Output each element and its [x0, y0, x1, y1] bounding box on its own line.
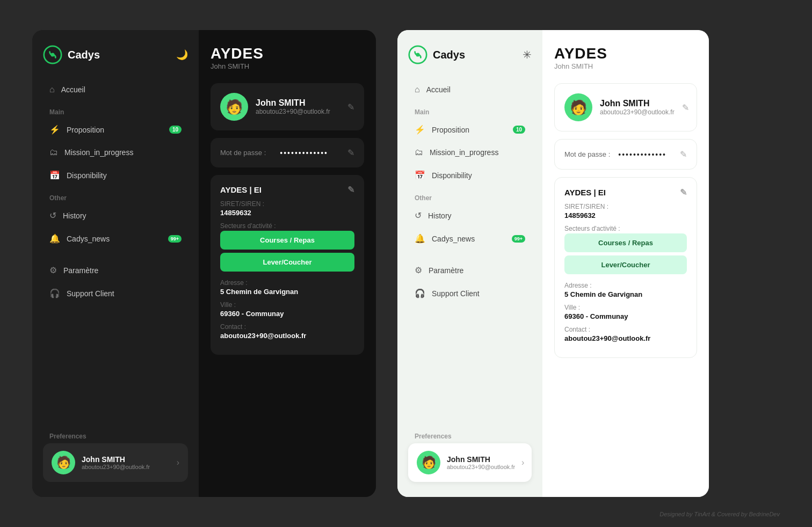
support-icon-light: 🎧 [415, 288, 425, 298]
logo-text-light: Cadys [433, 49, 465, 61]
ville-value-light: 69360 - Communay [564, 312, 687, 320]
adresse-label-light: Adresse : [564, 282, 687, 289]
support-icon-dark: 🎧 [49, 288, 60, 298]
disponibility-label-dark: Disponibility [67, 171, 107, 180]
content-title-dark: AYDES [211, 45, 364, 62]
other-section-dark: Other [49, 194, 182, 202]
theme-toggle-dark[interactable]: 🌙 [176, 49, 188, 61]
history-icon-light: ↺ [415, 210, 422, 221]
nav-parametre-light[interactable]: ⚙ Paramètre [408, 260, 532, 281]
home-icon-dark: ⌂ [49, 85, 55, 94]
avatar-light: 🧑 [417, 451, 440, 474]
accueil-label-dark: Accueil [61, 85, 85, 94]
nav-cadys-news-light[interactable]: 🔔 Cadys_news 99+ [408, 228, 532, 249]
nav-parametre-dark[interactable]: ⚙ Paramètre [43, 260, 188, 281]
sidebar-bottom-dark: Preferences 🧑 John SMITH aboutou23+90@ou… [43, 426, 188, 482]
user-name-light: John SMITH [447, 455, 515, 464]
main-container: Cadys 🌙 ⌂ Accueil Main ⚡ Proposition 10 … [0, 0, 812, 527]
activity2-btn-light[interactable]: Lever/Coucher [564, 255, 687, 274]
cadys-news-label-dark: Cadys_news [67, 235, 110, 243]
cadys-news-label-light: Cadys_news [432, 235, 475, 243]
main-section-light: Main [415, 108, 525, 116]
nav-support-light[interactable]: 🎧 Support Client [408, 283, 532, 304]
nav-cadys-news-dark[interactable]: 🔔 Cadys_news 99+ [43, 228, 188, 249]
siret-label-light: SIRET/SIREN : [564, 203, 687, 210]
ville-value-dark: 69360 - Communay [220, 310, 354, 318]
nav-proposition-light[interactable]: ⚡ Proposition 10 [408, 119, 532, 140]
password-card-light: Mot de passe : ••••••••••••• ✎ [554, 139, 697, 170]
chevron-right-icon-dark: › [177, 458, 179, 467]
edit-password-icon-dark[interactable]: ✎ [347, 148, 354, 158]
company-card-dark: AYDES | EI ✎ SIRET/SIREN : 14859632 Sect… [211, 175, 364, 355]
content-title-light: AYDES [554, 45, 697, 62]
bolt-icon-light: ⚡ [415, 125, 425, 135]
theme-toggle-light[interactable]: ✳ [523, 48, 532, 61]
settings-icon-light: ⚙ [415, 265, 422, 275]
company-card-light: AYDES | EI ✎ SIRET/SIREN : 14859632 Sect… [554, 177, 697, 358]
logo-icon-light [408, 45, 427, 64]
nav-accueil-dark[interactable]: ⌂ Accueil [43, 79, 188, 100]
logo-group-light: Cadys [408, 45, 465, 64]
user-card-dark[interactable]: 🧑 John SMITH aboutou23+90@outlook.fr › [43, 443, 188, 482]
adresse-label-dark: Adresse : [220, 279, 354, 287]
nav-accueil-light[interactable]: ⌂ Accueil [408, 79, 532, 100]
footer-credit: Designed by TinArt & Covered by BedrineD… [659, 511, 780, 517]
edit-password-icon-light[interactable]: ✎ [680, 149, 687, 159]
logo-group-dark: Cadys [43, 45, 100, 64]
sidebar-logo-light: Cadys ✳ [408, 45, 532, 64]
edit-company-icon-dark[interactable]: ✎ [347, 185, 354, 195]
user-info-dark: John SMITH aboutou23+90@outlook.fr [82, 455, 170, 470]
adresse-value-light: 5 Chemin de Garvignan [564, 290, 687, 298]
parametre-label-light: Paramètre [429, 266, 463, 275]
history-icon-dark: ↺ [49, 210, 56, 221]
user-name-dark: John SMITH [82, 455, 170, 464]
ville-label-light: Ville : [564, 304, 687, 311]
ville-label-dark: Ville : [220, 301, 354, 309]
content-subtitle-light: John SMITH [554, 62, 697, 70]
profile-email-dark: aboutou23+90@outlook.fr [256, 108, 340, 115]
other-section-light: Other [415, 194, 525, 202]
user-email-light: aboutou23+90@outlook.fr [447, 464, 515, 470]
profile-avatar-light: 🧑 [564, 93, 592, 121]
activity1-btn-dark[interactable]: Courses / Repas [220, 231, 354, 250]
nav-history-light[interactable]: ↺ History [408, 205, 532, 226]
password-card-dark: Mot de passe : ••••••••••••• ✎ [211, 138, 364, 167]
dark-panel: Cadys 🌙 ⌂ Accueil Main ⚡ Proposition 10 … [32, 30, 376, 497]
user-info-light: John SMITH aboutou23+90@outlook.fr [447, 455, 515, 470]
edit-profile-icon-light[interactable]: ✎ [682, 103, 689, 113]
nav-disponibility-dark[interactable]: 📅 Disponibility [43, 165, 188, 186]
siret-value-light: 14859632 [564, 211, 687, 219]
edit-profile-icon-dark[interactable]: ✎ [347, 102, 354, 112]
nav-mission-dark[interactable]: 🗂 Mission_in_progress [43, 142, 188, 163]
secteurs-label-light: Secteurs d'activité : [564, 225, 687, 232]
edit-company-icon-light[interactable]: ✎ [680, 187, 687, 197]
svg-point-1 [50, 53, 54, 56]
nav-history-dark[interactable]: ↺ History [43, 205, 188, 226]
history-label-light: History [428, 211, 452, 220]
nav-support-dark[interactable]: 🎧 Support Client [43, 283, 188, 304]
sidebar-dark: Cadys 🌙 ⌂ Accueil Main ⚡ Proposition 10 … [32, 30, 199, 497]
nav-disponibility-light[interactable]: 📅 Disponibility [408, 165, 532, 186]
bell-icon-dark: 🔔 [49, 233, 60, 244]
activity1-btn-light[interactable]: Courses / Repas [564, 233, 687, 252]
cadys-news-badge-light: 99+ [512, 235, 525, 243]
nav-proposition-dark[interactable]: ⚡ Proposition 10 [43, 119, 188, 140]
content-subtitle-dark: John SMITH [211, 62, 364, 70]
chevron-right-icon-light: › [521, 458, 524, 467]
profile-avatar-dark: 🧑 [220, 93, 248, 121]
settings-icon-dark: ⚙ [49, 265, 57, 275]
siret-value-dark: 14859632 [220, 209, 354, 217]
user-card-light[interactable]: 🧑 John SMITH aboutou23+90@outlook.fr › [408, 443, 532, 482]
proposition-label-dark: Proposition [67, 126, 104, 134]
activity2-btn-dark[interactable]: Lever/Coucher [220, 253, 354, 272]
sidebar-logo-dark: Cadys 🌙 [43, 45, 188, 64]
password-label-light: Mot de passe : [564, 150, 610, 158]
preferences-section-light: Preferences [415, 433, 525, 440]
contact-label-light: Contact : [564, 326, 687, 333]
contact-label-dark: Contact : [220, 323, 354, 331]
contact-value-light: aboutou23+90@outlook.fr [564, 334, 687, 342]
bell-icon-light: 🔔 [415, 233, 425, 244]
nav-mission-light[interactable]: 🗂 Mission_in_progress [408, 142, 532, 163]
profile-card-dark: 🧑 John SMITH aboutou23+90@outlook.fr ✎ [211, 83, 364, 130]
cadys-news-badge-dark: 99+ [168, 235, 182, 243]
